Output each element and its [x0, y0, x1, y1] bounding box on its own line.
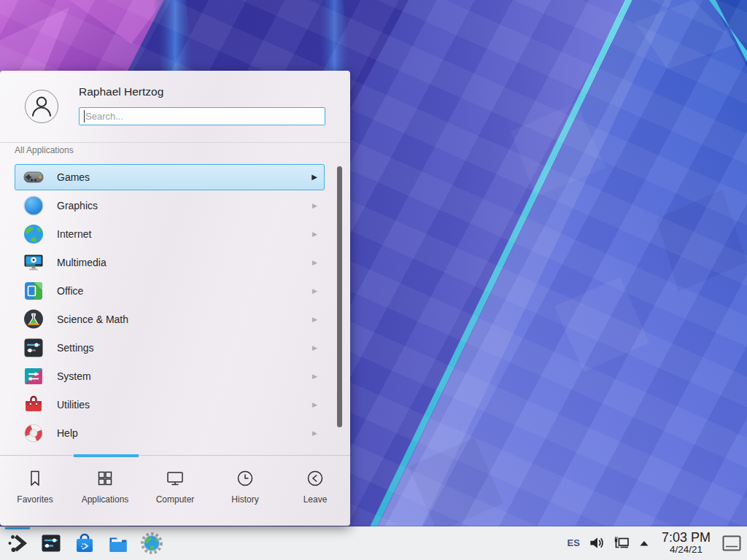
folder-icon: [107, 532, 130, 555]
application-launcher-menu: Raphael Hertzog All Applications: [0, 71, 350, 526]
help-icon: [22, 421, 45, 445]
submenu-arrow-icon: ▶: [311, 174, 317, 181]
launcher-tab-bar: Favorites Applications Computer: [0, 455, 350, 526]
computer-icon: [165, 468, 185, 489]
games-icon: [22, 166, 45, 189]
tab-applications[interactable]: Applications: [70, 456, 140, 526]
digital-clock[interactable]: 7:03 PM 4/24/21: [662, 531, 711, 556]
category-list: Games ▶ Graphics ▶ Inter: [0, 162, 350, 456]
tab-label: Leave: [303, 494, 328, 505]
submenu-arrow-icon: ▶: [312, 203, 317, 209]
history-clock-icon: [235, 468, 255, 489]
category-label: Office: [57, 285, 83, 297]
category-label: Settings: [57, 342, 94, 354]
tab-history[interactable]: History: [210, 456, 280, 526]
leave-icon: [305, 468, 325, 489]
kde-plasma-logo-icon: [6, 532, 29, 555]
list-scrollbar[interactable]: [337, 166, 342, 427]
clock-date: 4/24/21: [662, 545, 711, 556]
clock-time: 7:03 PM: [662, 531, 711, 545]
app-grid-icon: [95, 468, 115, 489]
category-graphics[interactable]: Graphics ▶: [15, 192, 325, 219]
submenu-arrow-icon: ▶: [312, 373, 317, 380]
settings-icon: [22, 336, 45, 359]
file-manager-button[interactable]: [107, 532, 130, 555]
graphics-icon: [22, 194, 45, 217]
taskbar-panel: ES 7:03 PM 4/24/21: [0, 526, 747, 560]
science-icon: [22, 308, 45, 331]
globe-gear-icon: [140, 532, 163, 555]
user-avatar[interactable]: [25, 90, 58, 123]
category-office[interactable]: Office ▶: [15, 278, 325, 304]
search-field-frame: [79, 107, 325, 125]
category-label: Games: [57, 171, 90, 183]
keyboard-layout-indicator[interactable]: ES: [568, 537, 580, 548]
discover-bag-icon: [73, 532, 96, 555]
launcher-header: Raphael Hertzog: [0, 71, 350, 143]
expand-tray-arrow-icon[interactable]: [638, 538, 650, 548]
submenu-arrow-icon: ▶: [312, 402, 317, 408]
submenu-arrow-icon: ▶: [312, 430, 317, 437]
active-tab-indicator: [74, 454, 139, 457]
system-icon: [22, 365, 45, 388]
tab-label: Favorites: [17, 494, 53, 505]
submenu-arrow-icon: ▶: [312, 345, 317, 351]
search-input[interactable]: [80, 108, 325, 125]
taskbar-launchers: [0, 532, 163, 555]
category-label: Utilities: [57, 399, 90, 411]
submenu-arrow-icon: ▶: [312, 260, 317, 266]
system-settings-icon: [39, 532, 63, 555]
system-tray: ES 7:03 PM 4/24/21: [568, 531, 747, 556]
tab-label: History: [231, 494, 258, 505]
application-launcher-button[interactable]: [6, 532, 29, 555]
user-name: Raphael Hertzog: [79, 85, 163, 98]
discover-software-center-button[interactable]: [73, 532, 96, 555]
text-cursor: [84, 110, 85, 122]
user-icon: [26, 90, 58, 122]
tab-leave[interactable]: Leave: [280, 456, 350, 526]
system-settings-button[interactable]: [39, 532, 63, 555]
category-label: Science & Math: [57, 314, 128, 325]
category-label: System: [57, 370, 91, 382]
wired-network-icon[interactable]: [613, 534, 630, 552]
tab-computer[interactable]: Computer: [140, 456, 210, 526]
category-label: Graphics: [57, 200, 98, 211]
volume-icon[interactable]: [588, 534, 605, 551]
category-system[interactable]: System ▶: [15, 363, 325, 389]
category-help[interactable]: Help ▶: [15, 420, 325, 446]
submenu-arrow-icon: ▶: [312, 231, 317, 238]
active-task-indicator: [5, 527, 30, 529]
category-games[interactable]: Games ▶: [15, 164, 325, 190]
utilities-icon: [22, 393, 45, 416]
category-internet[interactable]: Internet ▶: [15, 221, 325, 247]
tab-label: Computer: [156, 494, 195, 505]
section-label: All Applications: [15, 145, 74, 155]
category-utilities[interactable]: Utilities ▶: [15, 392, 325, 418]
office-icon: [22, 279, 45, 303]
category-label: Internet: [57, 228, 91, 240]
tab-favorites[interactable]: Favorites: [0, 456, 70, 526]
show-desktop-button[interactable]: [722, 535, 741, 551]
submenu-arrow-icon: ▶: [312, 288, 317, 295]
bookmark-icon: [25, 468, 45, 489]
category-multimedia[interactable]: Multimedia ▶: [15, 249, 325, 276]
tab-label: Applications: [82, 494, 129, 505]
submenu-arrow-icon: ▶: [312, 316, 317, 323]
internet-icon: [22, 222, 45, 246]
web-browser-button[interactable]: [140, 532, 163, 555]
category-settings[interactable]: Settings ▶: [15, 335, 325, 361]
category-science-math[interactable]: Science & Math ▶: [15, 306, 325, 332]
category-label: Help: [57, 427, 78, 439]
multimedia-icon: [22, 251, 45, 274]
category-label: Multimedia: [57, 257, 107, 268]
